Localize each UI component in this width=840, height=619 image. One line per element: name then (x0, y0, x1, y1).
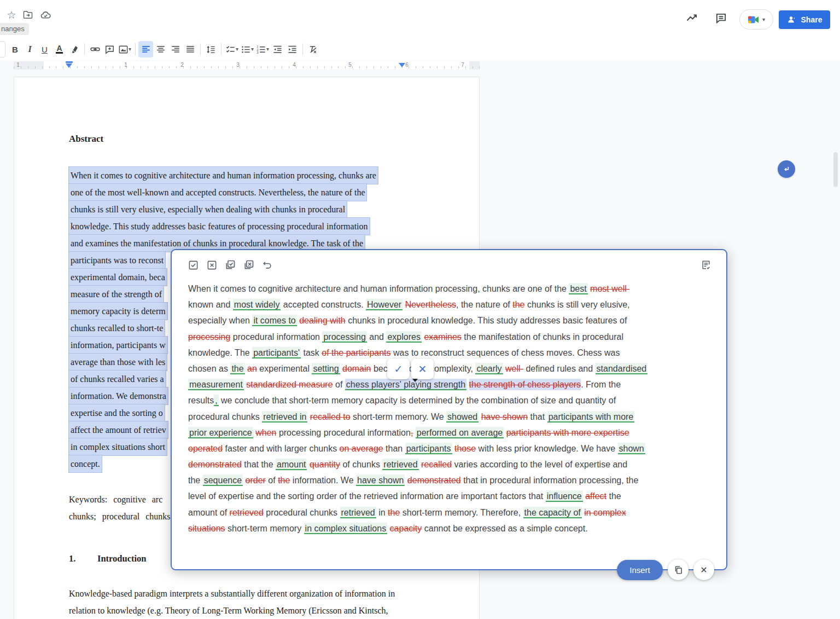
copy-button[interactable] (668, 559, 689, 580)
inserted-text[interactable]: showed (446, 411, 479, 423)
inserted-text[interactable]: processing (322, 331, 366, 343)
underline-button[interactable]: U (37, 41, 52, 57)
deleted-text[interactable]: standardized measure (246, 380, 332, 389)
deleted-text[interactable]: dealing with (299, 316, 346, 325)
reject-all-icon[interactable] (243, 259, 255, 271)
selected-text[interactable]: When it comes to cognitive architecture … (69, 167, 378, 184)
deleted-text[interactable]: Nevertheless (405, 300, 456, 309)
deleted-text[interactable]: on average (340, 444, 383, 453)
summary-check-icon[interactable] (700, 259, 712, 271)
inserted-text[interactable]: most widely (233, 299, 281, 310)
move-folder-icon[interactable] (21, 8, 35, 22)
inserted-text[interactable]: amount (276, 459, 307, 470)
deleted-text[interactable]: those (454, 444, 476, 453)
inserted-text[interactable]: participants' (252, 347, 301, 358)
vertical-scrollbar[interactable] (833, 152, 838, 187)
inserted-text[interactable]: the (230, 363, 244, 374)
inserted-text[interactable]: prior experience (188, 427, 253, 438)
deleted-text[interactable]: an (247, 364, 257, 373)
insert-image-button[interactable]: ▾ (117, 41, 132, 57)
inserted-text[interactable]: best (569, 283, 587, 294)
comments-icon[interactable] (714, 11, 728, 25)
jump-to-suggestion-button[interactable] (778, 160, 795, 178)
inserted-text[interactable]: standardised (596, 363, 648, 374)
insert-link-button[interactable] (88, 41, 102, 57)
deleted-text[interactable]: the (388, 508, 400, 517)
deleted-text[interactable]: the (512, 300, 524, 309)
inserted-text[interactable]: clearly (475, 363, 503, 374)
deleted-text[interactable]: of the participants (322, 348, 390, 357)
italic-button[interactable]: I (22, 41, 37, 57)
selected-text[interactable]: participants was to reconst (69, 252, 165, 269)
deleted-text[interactable]: affect (585, 491, 606, 501)
decrease-indent-button[interactable] (270, 41, 285, 57)
inserted-text[interactable]: in complex situations (304, 523, 388, 534)
inserted-text[interactable]: performed on average (416, 427, 504, 438)
numbered-list-button[interactable]: 1 2 3 ▾ (255, 41, 270, 57)
deleted-text[interactable]: order (246, 476, 266, 485)
add-comment-button[interactable] (102, 41, 117, 57)
deleted-text[interactable]: in complex (584, 508, 626, 517)
inserted-text[interactable]: , (214, 395, 218, 406)
align-left-button[interactable] (138, 41, 153, 57)
selected-deleted-text[interactable]: the strength of chess players (469, 379, 581, 390)
share-button[interactable]: Share (779, 10, 830, 29)
highlight-color-button[interactable] (67, 41, 81, 57)
inserted-text[interactable]: participants with more (547, 411, 635, 423)
selected-text[interactable]: information. We demonstra (69, 387, 168, 404)
inserted-text[interactable]: the capacity of (523, 507, 582, 518)
deleted-text[interactable]: quantity (310, 460, 340, 469)
text-color-button[interactable]: A (52, 41, 67, 57)
deleted-text[interactable]: most well- (590, 284, 629, 293)
suggested-edits-popup[interactable]: When it comes to cognitive architecture … (171, 249, 727, 570)
selected-text[interactable]: average than those with les (69, 354, 167, 371)
selected-text[interactable]: in complex situations short (69, 438, 167, 455)
selected-text[interactable]: affect the amount of retriev (69, 421, 168, 438)
selected-text[interactable]: information, participants w (69, 337, 167, 354)
selected-text[interactable]: expertise and the sorting o (69, 404, 165, 421)
accept-suggestion-icon[interactable] (187, 259, 199, 271)
inserted-text[interactable]: retrieved (340, 507, 376, 518)
inserted-text[interactable]: retrieved (382, 459, 418, 470)
accept-change-button[interactable]: ✓ (387, 358, 410, 379)
star-icon[interactable]: ☆ (4, 8, 19, 22)
deleted-text[interactable]: demonstrated (188, 460, 242, 469)
checklist-button[interactable]: ▾ (224, 41, 240, 57)
selected-text[interactable]: experimental domain, beca (69, 269, 167, 286)
horizontal-ruler[interactable]: 11234567 (14, 61, 480, 70)
inserted-text[interactable]: measurement (188, 379, 244, 390)
selected-text[interactable]: one of the most well-known and accepted … (69, 184, 366, 201)
justify-button[interactable] (183, 41, 197, 57)
deleted-text[interactable]: the (278, 476, 290, 485)
document-activity-icon[interactable] (685, 11, 699, 25)
inserted-text[interactable]: it comes to (252, 315, 296, 326)
inserted-text[interactable]: shown (618, 443, 645, 454)
deleted-text[interactable]: recalled (421, 460, 452, 469)
left-indent-marker[interactable] (66, 63, 72, 68)
first-line-indent-marker[interactable] (66, 61, 73, 63)
deleted-text[interactable]: when (255, 428, 276, 437)
deleted-text[interactable]: situations (188, 524, 225, 533)
selected-inserted-text[interactable]: chess players' playing strength (345, 379, 466, 390)
inserted-text[interactable]: sequence (203, 475, 243, 486)
deleted-text[interactable]: participants with more expertise (506, 428, 629, 437)
deleted-text[interactable]: domain (342, 364, 371, 373)
bold-button[interactable]: B (8, 41, 22, 57)
inserted-text[interactable]: influence (546, 490, 583, 502)
right-indent-marker[interactable] (399, 63, 405, 67)
inserted-text[interactable]: have shown (356, 475, 405, 486)
cloud-saved-icon[interactable] (38, 8, 52, 22)
deleted-text[interactable]: well- (505, 364, 523, 373)
selected-text[interactable]: concept. (69, 455, 102, 472)
selected-text[interactable]: of chunks recalled varies a (69, 371, 166, 387)
deleted-text[interactable]: demonstrated (407, 476, 461, 485)
line-spacing-button[interactable] (203, 41, 218, 57)
selected-text[interactable]: chunks recalled to short-te (69, 320, 165, 337)
accept-all-icon[interactable] (224, 259, 236, 271)
inserted-text[interactable]: retrieved in (262, 411, 307, 423)
inserted-text[interactable]: participants (405, 443, 452, 454)
selected-text[interactable]: chunks is still very elusive, especially… (69, 201, 347, 218)
deleted-text[interactable]: examines (424, 332, 461, 342)
deleted-text[interactable]: have shown (481, 412, 528, 421)
deleted-text[interactable]: operated (188, 444, 223, 453)
